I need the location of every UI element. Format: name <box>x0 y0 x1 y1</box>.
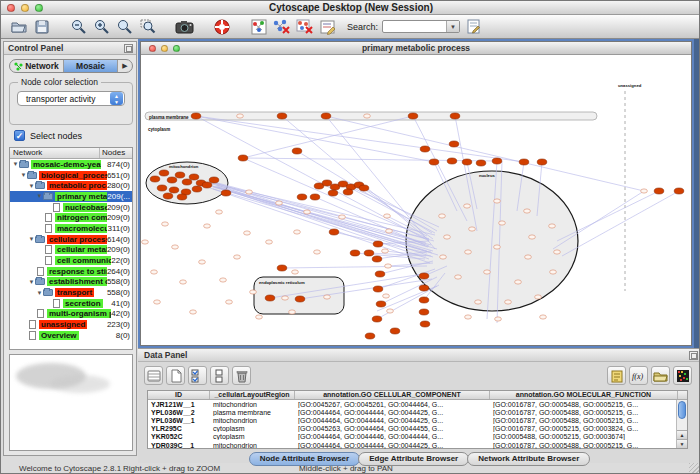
gene-node-highlighted[interactable] <box>420 321 430 327</box>
gene-node[interactable] <box>387 309 394 313</box>
gene-node-highlighted[interactable] <box>419 309 429 315</box>
tree-row[interactable]: response to stimulu264(0) <box>10 266 132 277</box>
gene-node-highlighted[interactable] <box>419 297 429 303</box>
gene-node[interactable] <box>464 204 471 208</box>
gene-node[interactable] <box>550 270 557 274</box>
data-panel-float-icon[interactable] <box>689 351 698 360</box>
gene-node-highlighted[interactable] <box>408 113 418 119</box>
gene-node-highlighted[interactable] <box>297 194 307 200</box>
gene-node-highlighted[interactable] <box>169 187 179 193</box>
gene-node-highlighted[interactable] <box>447 158 457 164</box>
gene-node-highlighted[interactable] <box>376 301 386 307</box>
zoom-selected-icon[interactable] <box>138 17 158 37</box>
search-dropdown-icon[interactable]: ▼ <box>446 21 459 32</box>
tree-row[interactable]: ▼cellular process614(0) <box>10 234 132 245</box>
gene-node-highlighted[interactable] <box>373 241 383 247</box>
tab-overflow-icon[interactable]: ▶ <box>118 60 132 72</box>
gene-node-highlighted[interactable] <box>419 285 429 291</box>
gene-node-highlighted[interactable] <box>373 286 383 292</box>
scroll-down-icon[interactable]: ▼ <box>677 439 687 448</box>
gene-node[interactable] <box>439 214 446 218</box>
tree-row[interactable]: macromolecule311(0) <box>10 223 132 234</box>
column-header[interactable]: annotation.GO CELLULAR_COMPONENT <box>295 391 490 399</box>
tree-col-nodes[interactable]: Nodes <box>100 148 132 158</box>
gene-node-highlighted[interactable] <box>321 113 331 119</box>
gene-node-highlighted[interactable] <box>519 159 529 165</box>
gene-node[interactable] <box>266 240 273 244</box>
notes-icon[interactable] <box>607 366 626 385</box>
gene-node-highlighted[interactable] <box>167 177 177 183</box>
gene-node-highlighted[interactable] <box>177 194 187 200</box>
gene-node[interactable] <box>465 250 472 254</box>
gene-node-highlighted[interactable] <box>189 174 199 180</box>
table-row[interactable]: YJR121W__1mitochondrion[GO:0045267, GO:0… <box>148 400 687 408</box>
gene-node[interactable] <box>386 229 393 233</box>
new-attribute-icon[interactable] <box>166 366 185 385</box>
gene-node-highlighted[interactable] <box>420 146 430 152</box>
gene-node[interactable] <box>220 278 227 282</box>
tree-row[interactable]: ▼transport558(0) <box>10 287 132 298</box>
gene-node[interactable] <box>540 315 547 319</box>
import-attributes-icon[interactable] <box>651 366 670 385</box>
gene-node-highlighted[interactable] <box>450 113 460 119</box>
gene-node[interactable] <box>292 270 299 274</box>
tree-row[interactable]: ▼biological_process651(0) <box>10 170 132 181</box>
gene-node-highlighted[interactable] <box>277 113 287 119</box>
tree-col-network[interactable]: Network <box>10 148 100 158</box>
select-attributes-icon[interactable] <box>144 366 163 385</box>
gene-node[interactable] <box>484 270 491 274</box>
gene-node[interactable] <box>324 295 331 299</box>
destroy-network-icon[interactable] <box>272 17 292 37</box>
tab-mosaic[interactable]: Mosaic <box>64 60 118 72</box>
expand-icon[interactable]: ▼ <box>28 236 35 242</box>
annotation-icon[interactable] <box>318 17 338 37</box>
column-header[interactable]: ID <box>148 391 210 399</box>
node-color-dropdown[interactable]: transporter activity ▲▼ <box>17 91 125 106</box>
network-window-titlebar[interactable]: primary metabolic process <box>141 42 691 55</box>
gene-node-highlighted[interactable] <box>359 185 369 191</box>
gene-node-highlighted[interactable] <box>375 271 385 277</box>
column-header[interactable]: annotation.GO MOLECULAR_FUNCTION <box>490 391 678 399</box>
column-header[interactable]: _cellularLayoutRegion <box>210 391 295 399</box>
tree-row[interactable]: ▼metabolic process280(0) <box>10 180 132 191</box>
expand-icon[interactable]: ▼ <box>12 161 19 167</box>
gene-node[interactable] <box>364 114 371 118</box>
select-nodes-checkbox[interactable]: ✓ <box>14 130 25 141</box>
gene-node[interactable] <box>151 270 158 274</box>
zoom-in-icon[interactable] <box>92 17 112 37</box>
gene-node[interactable] <box>237 114 244 118</box>
gene-node[interactable] <box>383 294 390 298</box>
gene-node[interactable] <box>495 317 502 321</box>
gene-node[interactable] <box>444 235 451 239</box>
gene-node[interactable] <box>276 201 283 205</box>
select-all-icon[interactable] <box>188 366 207 385</box>
destroy-view-icon[interactable] <box>295 17 315 37</box>
tree-row[interactable]: nucleobase-209(0) <box>10 202 132 213</box>
gene-node-highlighted[interactable] <box>364 250 374 256</box>
gene-node[interactable] <box>440 255 447 259</box>
gene-node-highlighted[interactable] <box>202 182 212 188</box>
gene-node[interactable] <box>154 300 161 304</box>
gene-node-highlighted[interactable] <box>182 179 192 185</box>
tree-row[interactable]: ▼establishment of lo558(0) <box>10 277 132 288</box>
tree-row[interactable]: multi-organism pro42(0) <box>10 309 132 320</box>
tab-network[interactable]: Network <box>10 60 64 72</box>
gene-node-highlighted[interactable] <box>150 176 160 182</box>
gene-node[interactable] <box>524 209 531 213</box>
gene-node-highlighted[interactable] <box>343 189 353 195</box>
gene-node-highlighted[interactable] <box>329 229 339 235</box>
gene-node-highlighted[interactable] <box>159 170 169 176</box>
gene-node[interactable] <box>190 310 197 314</box>
gene-node-highlighted[interactable] <box>265 295 275 301</box>
gene-node[interactable] <box>549 224 556 228</box>
gene-node-highlighted[interactable] <box>277 265 287 271</box>
gene-node-highlighted[interactable] <box>654 188 664 194</box>
tree-row[interactable]: secretion41(0) <box>10 298 132 309</box>
gene-node[interactable] <box>314 250 321 254</box>
gene-node[interactable] <box>180 280 187 284</box>
gene-node[interactable] <box>469 227 476 231</box>
gene-node-highlighted[interactable] <box>292 148 302 154</box>
gene-node-highlighted[interactable] <box>429 159 439 165</box>
tree-row[interactable]: unassigned223(0) <box>10 319 132 330</box>
gene-node-highlighted[interactable] <box>328 190 338 196</box>
